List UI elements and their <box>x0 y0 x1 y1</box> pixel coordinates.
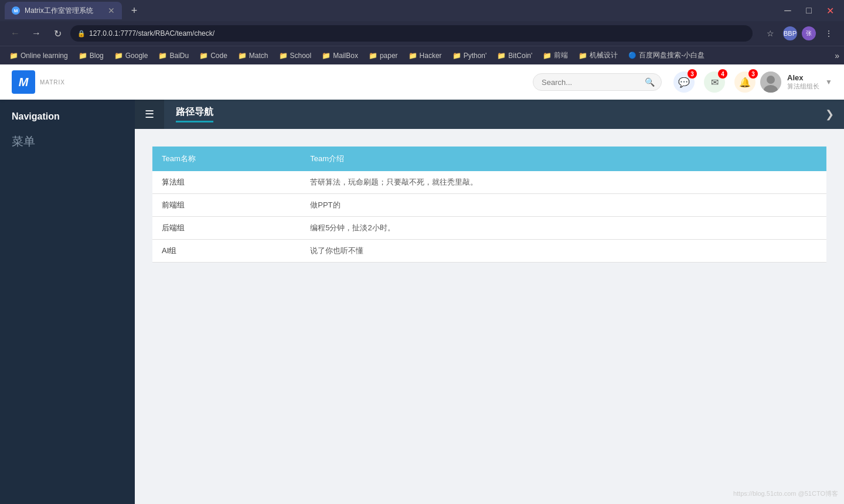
new-tab-button[interactable]: + <box>127 3 142 18</box>
bookmark-label: MailBox <box>333 52 358 60</box>
more-bookmarks-button[interactable]: » <box>835 51 839 60</box>
logo-area: M MATRIX <box>12 70 65 94</box>
folder-icon: 📁 <box>158 52 167 60</box>
folder-icon: 📁 <box>279 52 288 60</box>
back-button[interactable]: ← <box>7 25 23 42</box>
team-name-cell: 前端组 <box>152 194 301 217</box>
svg-point-1 <box>767 76 775 84</box>
table-row: 后端组 编程5分钟，扯淡2小时。 <box>152 217 826 240</box>
folder-icon: 📁 <box>452 52 461 60</box>
footer-watermark: https://blog.51cto.com @51CTO博客 <box>733 489 838 498</box>
logo-icon: M <box>12 70 35 94</box>
team-desc-cell: 编程5分钟，扯淡2小时。 <box>301 217 826 240</box>
folder-icon: 📁 <box>409 52 417 60</box>
folder-icon: 📁 <box>543 52 552 60</box>
bookmark-label: Python' <box>464 52 487 60</box>
browser-tab[interactable]: M Matrix工作室管理系统 ✕ <box>5 2 122 19</box>
user-role: 算法组组长 <box>787 82 819 91</box>
refresh-button[interactable]: ↻ <box>49 25 66 42</box>
bookmark-blog[interactable]: 📁 Blog <box>74 50 108 62</box>
bookmark-label: Blog <box>90 52 104 60</box>
bookmark-online-learning[interactable]: 📁 Online learning <box>5 50 73 62</box>
close-button[interactable]: ✕ <box>821 1 839 20</box>
table-row: 前端组 做PPT的 <box>152 194 826 217</box>
message-badge: 3 <box>688 69 697 79</box>
bookmark-baidu[interactable]: 📁 BaiDu <box>154 50 193 62</box>
url-text: 127.0.0.1:7777/stark/RBAC/team/check/ <box>89 29 215 38</box>
account-button[interactable]: 张 <box>802 26 816 40</box>
table-container: Team名称 Team介绍 算法组 苦研算法，玩命刷题；只要敲不死，就往秃里敲。… <box>135 129 844 504</box>
maximize-button[interactable]: □ <box>799 1 818 20</box>
notification-icon-button[interactable]: 🔔 3 <box>734 71 755 93</box>
table-header-desc: Team介绍 <box>301 147 826 171</box>
tab-close-button[interactable]: ✕ <box>108 6 115 15</box>
bookmark-school[interactable]: 📁 School <box>274 50 316 62</box>
table-header-row: Team名称 Team介绍 <box>152 147 826 171</box>
folder-icon: 📁 <box>114 52 123 60</box>
hamburger-button[interactable]: ☰ <box>135 100 164 129</box>
minimize-button[interactable]: ─ <box>778 1 797 20</box>
email-icon-button[interactable]: ✉ 4 <box>704 71 725 93</box>
app-container: M MATRIX 🔍 💬 3 ✉ 4 🔔 3 <box>0 64 844 504</box>
bookmark-label: Hacker <box>420 52 442 60</box>
team-name-cell: AI组 <box>152 240 301 263</box>
bookmark-label: Code <box>210 52 227 60</box>
content-topbar: ☰ 路径导航 ❯ <box>135 100 844 129</box>
folder-icon: 📁 <box>497 52 506 60</box>
team-desc-cell: 做PPT的 <box>301 194 826 217</box>
table-row: AI组 说了你也听不懂 <box>152 240 826 263</box>
notification-badge: 3 <box>748 69 758 79</box>
collapse-icon: ❯ <box>825 108 834 121</box>
breadcrumb-title: 路径导航 <box>176 106 213 122</box>
search-icon: 🔵 <box>628 52 637 59</box>
content-area: ☰ 路径导航 ❯ Team名称 Team介绍 <box>135 100 844 504</box>
table-header-name: Team名称 <box>152 147 301 171</box>
bookmark-match[interactable]: 📁 Match <box>233 50 273 62</box>
bookmark-google[interactable]: 📁 Google <box>110 50 153 62</box>
folder-icon: 📁 <box>322 52 331 60</box>
user-avatar <box>760 71 781 93</box>
avatar-image <box>760 71 781 93</box>
user-dropdown-arrow[interactable]: ▼ <box>825 78 832 86</box>
team-name-cell: 后端组 <box>152 217 301 240</box>
bookmark-python[interactable]: 📁 Python' <box>448 50 492 62</box>
bookmark-label: 前端 <box>554 50 568 60</box>
address-bar[interactable]: 🔒 127.0.0.1:7777/stark/RBAC/team/check/ <box>70 25 753 42</box>
team-desc-cell: 苦研算法，玩命刷题；只要敲不死，就往秃里敲。 <box>301 171 826 194</box>
bookmark-label: Online learning <box>21 52 68 60</box>
more-options-button[interactable]: ⋮ <box>821 25 837 42</box>
folder-icon: 📁 <box>578 52 587 60</box>
team-desc-cell: 说了你也听不懂 <box>301 240 826 263</box>
tab-favicon: M <box>12 6 20 15</box>
bookmark-label: 机械设计 <box>590 50 618 60</box>
search-box[interactable]: 🔍 <box>533 73 662 91</box>
bookmark-label: Match <box>249 52 268 60</box>
bookmark-qianduan[interactable]: 📁 前端 <box>538 49 573 62</box>
search-input[interactable] <box>542 78 640 87</box>
security-icon: 🔒 <box>77 30 86 38</box>
logo-letter: M <box>19 76 29 89</box>
bookmark-wangpan[interactable]: 🔵 百度网盘搜索-小白盘 <box>624 49 709 62</box>
email-badge: 4 <box>718 69 727 79</box>
bookmark-bitcoin[interactable]: 📁 BitCoin' <box>492 50 537 62</box>
search-icon: 🔍 <box>645 77 655 87</box>
bookmark-code[interactable]: 📁 Code <box>195 50 232 62</box>
app-header: M MATRIX 🔍 💬 3 ✉ 4 🔔 3 <box>0 64 844 100</box>
bookmark-label: paper <box>380 52 398 60</box>
message-icon-button[interactable]: 💬 3 <box>673 71 695 93</box>
user-profile-button[interactable]: BBP <box>783 26 797 40</box>
bookmark-label: School <box>290 52 312 60</box>
bookmark-hacker[interactable]: 📁 Hacker <box>404 50 447 62</box>
bookmark-paper[interactable]: 📁 paper <box>364 50 403 62</box>
bookmark-button[interactable]: ☆ <box>762 25 778 42</box>
bookmark-label: BitCoin' <box>508 52 532 60</box>
menu-label: 菜单 <box>0 128 135 155</box>
breadcrumb-area: 路径导航 <box>164 106 815 122</box>
folder-icon: 📁 <box>199 52 208 60</box>
user-info[interactable]: Alex 算法组组长 ▼ <box>760 71 832 93</box>
forward-button[interactable]: → <box>28 25 45 42</box>
bookmark-jixiesheji[interactable]: 📁 机械设计 <box>574 49 622 62</box>
collapse-button[interactable]: ❯ <box>815 100 844 129</box>
bookmark-label: BaiDu <box>169 52 189 60</box>
bookmark-mailbox[interactable]: 📁 MailBox <box>317 50 363 62</box>
